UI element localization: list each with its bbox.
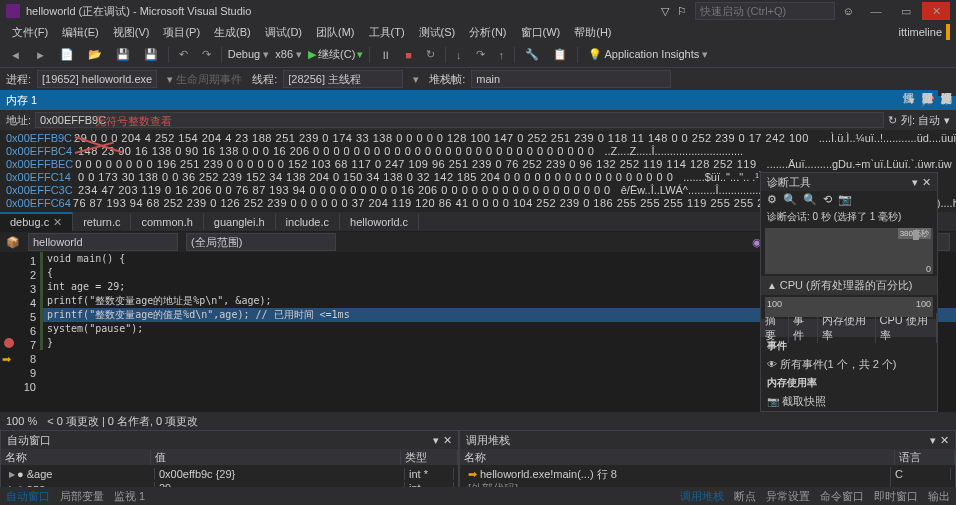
lifecycle-dropdown[interactable]: ▾ 生命周期事件 xyxy=(163,70,246,89)
account-name[interactable]: ittimeline xyxy=(899,26,942,38)
process-dropdown[interactable]: [19652] helloworld.exe xyxy=(37,70,157,88)
events-item[interactable]: 👁 所有事件(1 个，共 2 个) xyxy=(761,355,937,374)
zoom-out-icon[interactable]: 🔍 xyxy=(803,193,817,206)
diag-tab-events[interactable]: 事件 xyxy=(789,313,817,343)
tab-immediate[interactable]: 即时窗口 xyxy=(874,489,918,504)
stackframe-row[interactable]: ➡ helloworld.exe!main(...) 行 8C xyxy=(464,467,951,481)
minimize-button[interactable]: — xyxy=(862,2,890,20)
thread-dropdown[interactable]: [28256] 主线程 xyxy=(283,70,403,88)
step-into-button[interactable]: ↓ xyxy=(452,47,466,63)
tab-output[interactable]: 输出 xyxy=(928,489,950,504)
sidetab-solution[interactable]: 解决方案资源管理器 xyxy=(937,76,956,92)
open-button[interactable]: 📂 xyxy=(84,46,106,63)
menu-build[interactable]: 生成(B) xyxy=(208,23,257,42)
tab-command[interactable]: 命令窗口 xyxy=(820,489,864,504)
sidetab-team[interactable]: 团队资源管理器 xyxy=(918,76,937,92)
close-button[interactable]: ✕ xyxy=(922,2,950,20)
break-button[interactable]: ⏸ xyxy=(376,47,395,63)
feedback-icon[interactable]: ☺ xyxy=(843,5,854,17)
continue-button[interactable]: ▶ 继续(C) ▾ xyxy=(308,47,363,62)
tool-icon[interactable]: 📋 xyxy=(549,46,571,63)
save-button[interactable]: 💾 xyxy=(112,46,134,63)
memory-row[interactable]: 0x00EFFBEC0 0 0 0 0 0 0 0 196 251 239 0 … xyxy=(6,158,950,171)
tab-debug-c[interactable]: debug.c✕ xyxy=(0,212,73,231)
refresh-icon[interactable]: ↻ xyxy=(888,114,897,127)
config-dropdown[interactable]: Debug ▾ xyxy=(228,48,269,61)
menu-view[interactable]: 视图(V) xyxy=(107,23,156,42)
diag-tab-cpu[interactable]: CPU 使用率 xyxy=(876,313,937,343)
forward-button[interactable]: ► xyxy=(31,47,50,63)
col-value[interactable]: 值 xyxy=(151,450,401,465)
zoom-level[interactable]: 100 % xyxy=(6,415,37,427)
menu-window[interactable]: 窗口(W) xyxy=(515,23,567,42)
dropdown-icon[interactable]: ▾ xyxy=(909,94,915,107)
undo-button[interactable]: ↶ xyxy=(175,46,192,63)
flag-icon[interactable]: ⚐ xyxy=(677,5,687,18)
insights-button[interactable]: 💡 Application Insights ▾ xyxy=(584,46,712,63)
memory-row[interactable]: 0x00EFFBC4148 23 90 16 138 0 90 16 138 0… xyxy=(6,145,950,158)
dropdown-icon[interactable]: ▾ xyxy=(930,434,936,447)
tab-return-c[interactable]: return.c xyxy=(73,214,131,230)
close-icon[interactable]: ✕ xyxy=(940,434,949,447)
col-name[interactable]: 名称 xyxy=(460,450,895,465)
pin-icon[interactable]: 📌 xyxy=(921,94,935,107)
tab-callstack[interactable]: 调用堆栈 xyxy=(680,489,724,504)
snapshot-icon[interactable]: 📷 xyxy=(838,193,852,206)
menu-test[interactable]: 测试(S) xyxy=(413,23,462,42)
close-icon[interactable]: ✕ xyxy=(922,176,931,189)
col-lang[interactable]: 语言 xyxy=(895,450,955,465)
module-dropdown[interactable]: helloworld xyxy=(28,233,178,251)
tab-include-c[interactable]: include.c xyxy=(276,214,340,230)
menu-debug[interactable]: 调试(D) xyxy=(259,23,308,42)
tab-breakpoints[interactable]: 断点 xyxy=(734,489,756,504)
filter-icon[interactable]: ▽ xyxy=(661,5,669,18)
back-button[interactable]: ◄ xyxy=(6,47,25,63)
events-chart[interactable]: 380毫秒 0 xyxy=(765,228,933,274)
stop-button[interactable]: ■ xyxy=(401,47,416,63)
saveall-button[interactable]: 💾 xyxy=(140,46,162,63)
platform-dropdown[interactable]: x86 ▾ xyxy=(275,48,302,61)
zoom-in-icon[interactable]: 🔍 xyxy=(783,193,797,206)
tab-autos[interactable]: 自动窗口 xyxy=(6,489,50,504)
notification-flag-icon[interactable] xyxy=(946,24,950,40)
col-name[interactable]: 名称 xyxy=(1,450,151,465)
quick-launch-input[interactable] xyxy=(695,2,835,20)
step-over-button[interactable]: ↷ xyxy=(472,46,489,63)
tab-locals[interactable]: 局部变量 xyxy=(60,489,104,504)
tool-icon[interactable]: 🔧 xyxy=(521,46,543,63)
tab-guanglei-h[interactable]: guanglei.h xyxy=(204,214,276,230)
tab-common-h[interactable]: common.h xyxy=(131,214,203,230)
menu-project[interactable]: 项目(P) xyxy=(157,23,206,42)
menu-tools[interactable]: 工具(T) xyxy=(363,23,411,42)
tab-watch[interactable]: 监视 1 xyxy=(114,489,145,504)
menu-help[interactable]: 帮助(H) xyxy=(568,23,617,42)
address-input[interactable]: 0x00EFFB9C无符号整数查看 xyxy=(35,112,884,128)
menu-analyze[interactable]: 分析(N) xyxy=(463,23,512,42)
snapshot-button[interactable]: 📷 截取快照 xyxy=(761,392,937,411)
menu-team[interactable]: 团队(M) xyxy=(310,23,361,42)
new-button[interactable]: 📄 xyxy=(56,46,78,63)
step-out-button[interactable]: ↑ xyxy=(495,47,509,63)
columns-dropdown[interactable]: ▾ xyxy=(944,114,950,127)
col-type[interactable]: 类型 xyxy=(401,450,458,465)
tab-close-icon[interactable]: ✕ xyxy=(53,216,62,228)
dropdown-icon[interactable]: ▾ xyxy=(912,176,918,189)
tab-exceptions[interactable]: 异常设置 xyxy=(766,489,810,504)
reset-icon[interactable]: ⟲ xyxy=(823,193,832,206)
menu-file[interactable]: 文件(F) xyxy=(6,23,54,42)
restart-button[interactable]: ↻ xyxy=(422,46,439,63)
memory-row[interactable]: 0x00EFFB9C29 0 0 0 204 4 252 154 204 4 2… xyxy=(6,132,950,145)
maximize-button[interactable]: ▭ xyxy=(892,2,920,20)
dropdown-icon[interactable]: ▾ xyxy=(433,434,439,447)
variable-row[interactable]: ▶● &age0x00effb9c {29}int * xyxy=(5,467,454,481)
thread-icon[interactable]: ▾ xyxy=(409,71,423,88)
diag-tab-memory[interactable]: 内存使用率 xyxy=(818,313,876,343)
stackframe-dropdown[interactable]: main xyxy=(471,70,671,88)
cpu-chart[interactable]: 100 100 xyxy=(765,297,933,317)
scope-dropdown[interactable]: (全局范围) xyxy=(186,233,336,251)
tool-icon[interactable]: ⚙ xyxy=(767,193,777,206)
menu-edit[interactable]: 编辑(E) xyxy=(56,23,105,42)
sidetab-properties[interactable]: 属性 xyxy=(899,76,918,92)
redo-button[interactable]: ↷ xyxy=(198,46,215,63)
close-icon[interactable]: ✕ xyxy=(443,434,452,447)
